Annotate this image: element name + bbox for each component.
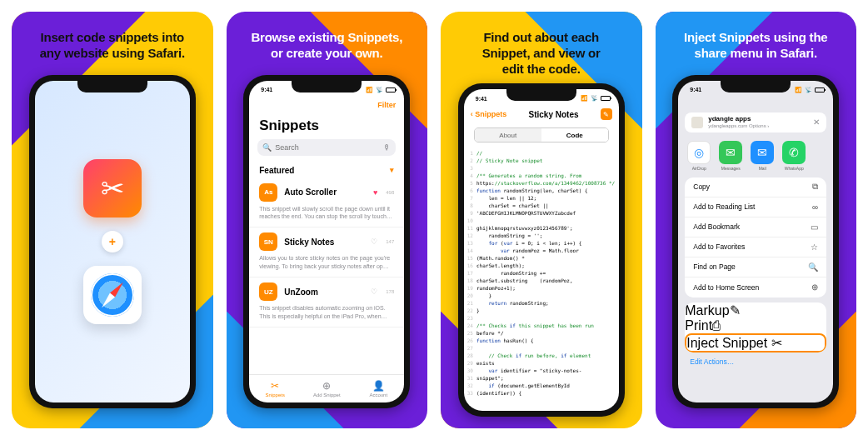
wifi-icon: 📡 bbox=[591, 95, 598, 102]
share-app-airdrop[interactable]: ◎AirDrop bbox=[686, 141, 711, 171]
action-glyph-icon: ✎ bbox=[730, 303, 741, 318]
appstore-screenshot-1: Insert code snippets into any website us… bbox=[12, 12, 213, 428]
snippet-desc: Allows you to store sticky notes on the … bbox=[259, 251, 394, 270]
share-apps-row[interactable]: ◎AirDrop ✉Messages ✉Mail ✆WhatsApp bbox=[678, 138, 833, 178]
action-glyph-icon: ⊕ bbox=[811, 282, 818, 292]
share-app-whatsapp[interactable]: ✆WhatsApp bbox=[781, 141, 806, 171]
notch bbox=[721, 81, 791, 92]
snippet-desc: This snippet will slowly scroll the page… bbox=[259, 202, 394, 221]
notch bbox=[292, 81, 362, 92]
section-header: Featured ▾ bbox=[249, 162, 404, 178]
safari-app-icon bbox=[83, 266, 142, 324]
status-time: 9:41 bbox=[472, 96, 487, 102]
share-action[interactable]: Copy⧉ bbox=[685, 178, 826, 198]
filter-link[interactable]: Filter bbox=[377, 101, 396, 109]
scissors-icon: ✂ bbox=[771, 336, 782, 350]
device-frame: 9:41 📶📡 ‹ Snippets Sticky Notes ✎ About … bbox=[458, 83, 625, 417]
page-title: Sticky Notes bbox=[511, 110, 595, 119]
site-subtitle[interactable]: ydangleapps.com Options › bbox=[708, 123, 808, 129]
heart-icon[interactable]: ♥ bbox=[373, 188, 377, 197]
segment-code[interactable]: Code bbox=[541, 128, 608, 142]
headline: Insert code snippets into any website us… bbox=[25, 12, 200, 73]
snippet-badge: As bbox=[259, 183, 277, 202]
search-field[interactable]: 🔍 🎙 bbox=[257, 139, 396, 156]
snippet-name: Sticky Notes bbox=[284, 238, 364, 247]
snippet-row[interactable]: SN Sticky Notes ♡147 Allows you to store… bbox=[249, 228, 404, 278]
snippet-desc: This snippet disables automatic zooming … bbox=[259, 301, 394, 320]
snippet-name: UnZoom bbox=[284, 288, 364, 297]
mic-icon[interactable]: 🎙 bbox=[383, 143, 391, 152]
scissors-icon: ✂ bbox=[271, 380, 279, 392]
like-count: 498 bbox=[386, 190, 394, 195]
share-action[interactable]: Add Bookmark▭ bbox=[685, 218, 826, 238]
person-icon: 👤 bbox=[372, 380, 385, 392]
back-button[interactable]: ‹ Snippets bbox=[471, 110, 507, 118]
edit-actions-link[interactable]: Edit Actions… bbox=[678, 352, 833, 371]
device-frame: 9:41 📶📡 Filter Snippets 🔍 🎙 Featured ▾ A… bbox=[243, 75, 410, 408]
share-action[interactable]: Print⎙ bbox=[685, 318, 826, 333]
segment-about[interactable]: About bbox=[475, 128, 541, 142]
share-actions-list-2: Markup✎Print⎙ Inject Snippet ✂ bbox=[685, 302, 826, 352]
signal-icon: 📶 bbox=[366, 87, 373, 93]
share-app-messages[interactable]: ✉Messages bbox=[718, 141, 743, 171]
share-url-card: ydangle apps ydangleapps.com Options › ✕ bbox=[685, 112, 826, 132]
snippet-badge: UZ bbox=[259, 282, 277, 301]
share-action[interactable]: Find on Page🔍 bbox=[685, 258, 826, 278]
share-action[interactable]: Add to Favorites☆ bbox=[685, 238, 826, 258]
snippet-row[interactable]: As Auto Scroller ♥498 This snippet will … bbox=[249, 178, 404, 228]
page-title: Snippets bbox=[249, 114, 404, 139]
segmented-control[interactable]: About Code bbox=[474, 128, 609, 142]
heart-icon[interactable]: ♡ bbox=[371, 288, 377, 296]
share-action[interactable]: Markup✎ bbox=[685, 302, 826, 318]
share-action[interactable]: Add to Reading List∞ bbox=[685, 198, 826, 218]
heart-icon[interactable]: ♡ bbox=[371, 238, 377, 246]
device-frame: ✂ + bbox=[29, 75, 196, 408]
action-glyph-icon: ⧉ bbox=[812, 182, 818, 192]
messages-icon: ✉ bbox=[719, 141, 742, 164]
appstore-screenshot-2: Browse existing Snippets, or create your… bbox=[227, 12, 428, 428]
scissors-app-icon: ✂ bbox=[83, 159, 142, 218]
battery-icon bbox=[601, 96, 611, 101]
battery-icon bbox=[815, 88, 825, 92]
mail-icon: ✉ bbox=[751, 141, 774, 164]
code-view[interactable]: 1 2 3 4 5 6 7 8 9 10 11 12 13 14 15 16 1… bbox=[464, 148, 619, 411]
share-actions-list: Copy⧉Add to Reading List∞Add Bookmark▭Ad… bbox=[685, 178, 826, 298]
battery-icon bbox=[386, 88, 396, 92]
favicon bbox=[691, 117, 703, 128]
appstore-screenshot-4: Inject Snippets using the share menu in … bbox=[656, 12, 857, 428]
share-app-mail[interactable]: ✉Mail bbox=[750, 141, 775, 171]
inject-snippet-action[interactable]: Inject Snippet ✂ bbox=[685, 333, 826, 352]
featured-icon: ▾ bbox=[390, 166, 394, 174]
snippet-badge: SN bbox=[259, 232, 277, 251]
tab-add-snippet[interactable]: ⊕Add Snippet bbox=[301, 375, 352, 402]
headline: Browse existing Snippets, or create your… bbox=[236, 12, 417, 73]
close-icon[interactable]: ✕ bbox=[813, 118, 820, 127]
edit-button[interactable]: ✎ bbox=[601, 108, 612, 120]
action-glyph-icon: ▭ bbox=[811, 222, 818, 232]
search-input[interactable] bbox=[275, 143, 380, 152]
device-frame: 9:41 📶📡 ydangle apps ydangleapps.com Opt… bbox=[672, 75, 839, 408]
action-glyph-icon: ☆ bbox=[811, 242, 818, 252]
status-time: 9:41 bbox=[257, 87, 272, 92]
headline: Inject Snippets using the share menu in … bbox=[669, 12, 843, 73]
wifi-icon: 📡 bbox=[376, 87, 383, 93]
snippet-name: Auto Scroller bbox=[284, 188, 367, 197]
headline: Find out about each Snippet, and view or… bbox=[467, 12, 616, 88]
wifi-icon: 📡 bbox=[805, 87, 812, 93]
plus-icon: + bbox=[102, 231, 123, 252]
signal-icon: 📶 bbox=[795, 87, 802, 93]
tab-snippets[interactable]: ✂Snippets bbox=[249, 375, 301, 402]
like-count: 178 bbox=[386, 289, 394, 294]
whatsapp-icon: ✆ bbox=[782, 141, 806, 164]
action-glyph-icon: ∞ bbox=[812, 202, 818, 212]
appstore-screenshot-3: Find out about each Snippet, and view or… bbox=[441, 12, 642, 428]
snippet-row[interactable]: UZ UnZoom ♡178 This snippet disables aut… bbox=[249, 278, 404, 328]
like-count: 147 bbox=[386, 239, 394, 244]
plus-circle-icon: ⊕ bbox=[322, 380, 331, 392]
action-glyph-icon: 🔍 bbox=[808, 262, 818, 272]
search-icon: 🔍 bbox=[262, 143, 272, 152]
notch bbox=[506, 89, 576, 101]
tab-account[interactable]: 👤Account bbox=[352, 375, 404, 402]
action-glyph-icon: ⎙ bbox=[712, 318, 721, 332]
share-action[interactable]: Add to Home Screen⊕ bbox=[685, 278, 826, 298]
